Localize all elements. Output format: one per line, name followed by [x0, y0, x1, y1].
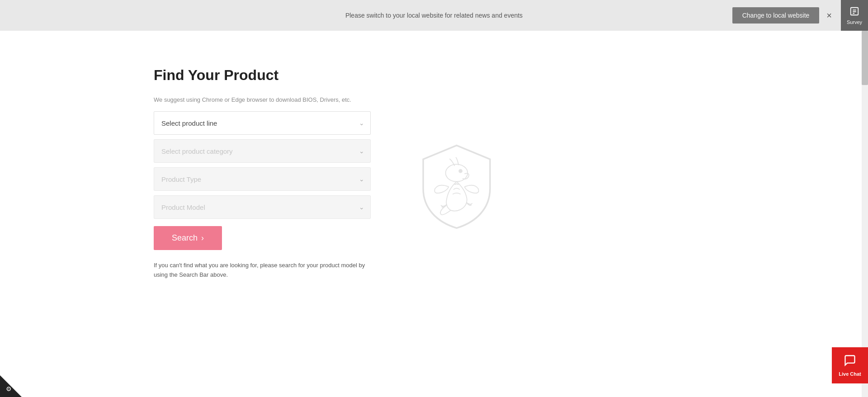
banner-actions: Change to local website × [732, 7, 832, 24]
suggestion-text: We suggest using Chrome or Edge browser … [154, 96, 371, 103]
top-banner: Please switch to your local website for … [0, 0, 868, 31]
search-button[interactable]: Search › [154, 226, 222, 250]
survey-panel[interactable]: Survey [841, 0, 868, 31]
survey-icon [849, 6, 859, 19]
product-category-select[interactable]: Select product category [154, 139, 371, 163]
product-category-wrapper: Select product category ⌄ [154, 139, 371, 163]
svg-point-6 [460, 170, 461, 172]
cookie-settings-button[interactable]: ⚙ [0, 375, 22, 397]
logo-section [416, 94, 497, 280]
form-section: Find Your Product We suggest using Chrom… [154, 67, 371, 280]
msi-shield-logo [416, 142, 497, 232]
product-type-select[interactable]: Product Type [154, 167, 371, 191]
banner-text: Please switch to your local website for … [345, 12, 523, 19]
product-model-wrapper: Product Model ⌄ [154, 195, 371, 219]
live-chat-icon [844, 354, 856, 369]
product-type-wrapper: Product Type ⌄ [154, 167, 371, 191]
product-line-wrapper: Select product line ⌄ [154, 111, 371, 135]
scrollbar-thumb[interactable] [862, 31, 868, 85]
close-banner-button[interactable]: × [826, 11, 832, 20]
change-local-button[interactable]: Change to local website [732, 7, 820, 24]
live-chat-label: Live Chat [839, 371, 861, 377]
product-line-select[interactable]: Select product line [154, 111, 371, 135]
scrollbar-track [862, 31, 868, 397]
main-content: Find Your Product We suggest using Chrom… [0, 31, 868, 307]
survey-label: Survey [847, 19, 862, 25]
search-hint: If you can't find what you are looking f… [154, 261, 371, 280]
page-title: Find Your Product [154, 67, 371, 84]
search-button-label: Search [172, 233, 198, 243]
live-chat-button[interactable]: Live Chat [832, 347, 868, 383]
gear-icon: ⚙ [6, 385, 12, 392]
search-arrow-icon: › [201, 233, 204, 243]
product-model-select[interactable]: Product Model [154, 195, 371, 219]
